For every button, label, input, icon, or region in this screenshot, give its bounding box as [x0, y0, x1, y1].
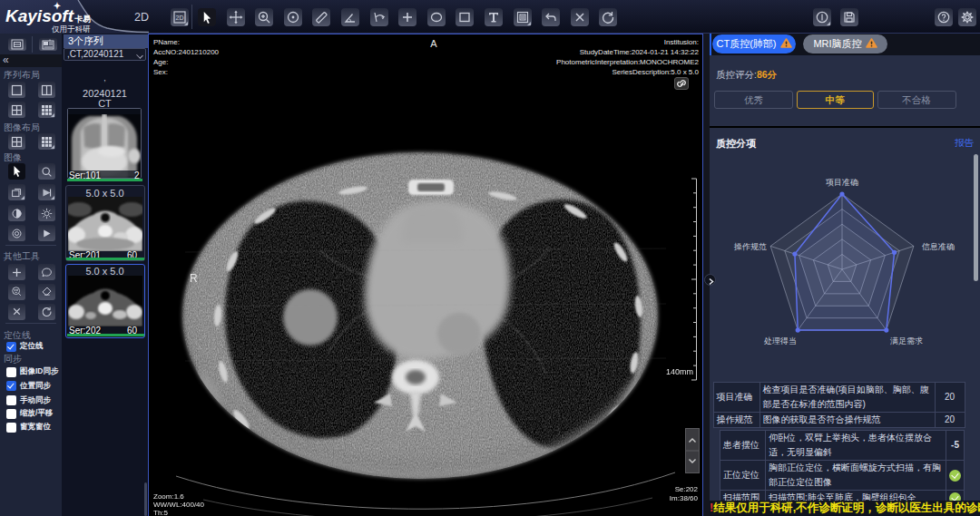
svg-text:2D: 2D [176, 15, 184, 21]
